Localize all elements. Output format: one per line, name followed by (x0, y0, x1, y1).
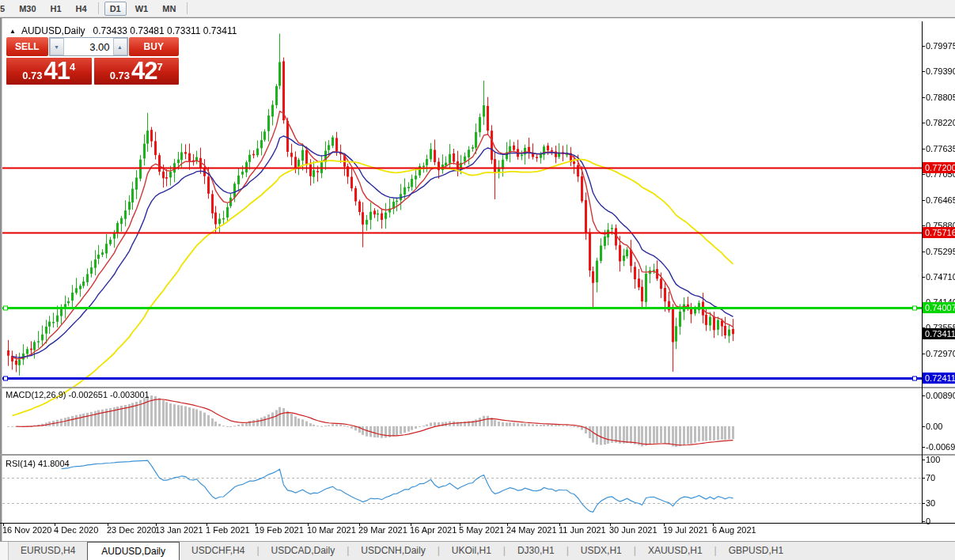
volume-decrease-button[interactable]: ▼ (50, 38, 64, 55)
timeframe-button-5[interactable]: 5 (0, 2, 10, 16)
sell-button[interactable]: SELL (6, 37, 48, 56)
chart-tab-AUDUSD-Daily[interactable]: AUDUSD,Daily (87, 542, 180, 560)
chart-tab-USDX-H1[interactable]: USDX,H1 (569, 542, 634, 560)
timeframe-button-W1[interactable]: W1 (130, 2, 154, 16)
volume-increase-button[interactable]: ▲ (113, 38, 127, 55)
buy-price-display[interactable]: 0.73427 (94, 58, 180, 85)
toolbar-separator (187, 2, 188, 14)
ask-prefix: 0.73 (110, 70, 130, 81)
timeframe-button-H4[interactable]: H4 (70, 2, 93, 16)
toolbar-separator (98, 2, 99, 14)
timeframe-button-H1[interactable]: H1 (45, 2, 67, 16)
mt4-terminal: 5M30H1H4D1W1MN ▲ AUDUSD,Daily 0.73433 0.… (0, 0, 955, 560)
buy-button[interactable]: BUY (129, 37, 179, 56)
timeframe-toolbar: 5M30H1H4D1W1MN (0, 0, 955, 17)
bid-pipette: 4 (70, 61, 75, 73)
chart-tab-XAUUSD-H1[interactable]: XAUUSD,H1 (636, 542, 714, 560)
volume-spinner: ▼ ▲ (49, 37, 128, 56)
bid-big-digits: 41 (44, 59, 70, 83)
ohlc-values: 0.73433 0.73481 0.73311 0.73411 (93, 25, 237, 36)
sell-price-display[interactable]: 0.73414 (6, 58, 92, 85)
collapse-panel-icon[interactable]: ▲ (9, 28, 16, 35)
tab-items: EURUSD,H4AUDUSD,DailyUSDCHF,H4|USDCAD,Da… (9, 542, 795, 560)
chart-canvas[interactable] (0, 18, 955, 542)
chart-tab-bar: EURUSD,H4AUDUSD,DailyUSDCHF,H4|USDCAD,Da… (0, 541, 955, 560)
timeframe-button-D1[interactable]: D1 (104, 2, 127, 16)
timeframe-button-M30[interactable]: M30 (13, 2, 41, 16)
one-click-trading-panel: SELL ▼ ▲ BUY 0.73414 0.73427 (6, 37, 179, 85)
timeframe-button-MN[interactable]: MN (157, 2, 181, 16)
chart-tab-EURUSD-H4[interactable]: EURUSD,H4 (9, 542, 87, 560)
chart-tab-GBPUSD-H1[interactable]: GBPUSD,H1 (717, 542, 795, 560)
chart-tab-DJ30-H1[interactable]: DJ30,H1 (506, 542, 567, 560)
rsi-indicator-label: RSI(14) 41.8004 (6, 459, 70, 468)
tab-scroll-strip[interactable] (0, 542, 9, 560)
symbol-label: AUDUSD,Daily (21, 25, 85, 36)
bid-prefix: 0.73 (22, 70, 42, 81)
volume-input[interactable] (64, 38, 113, 55)
chart-tab-USDCHF-H4[interactable]: USDCHF,H4 (180, 542, 256, 560)
ask-big-digits: 42 (131, 59, 157, 83)
ask-pipette: 7 (157, 61, 163, 73)
chart-window: ▲ AUDUSD,Daily 0.73433 0.73481 0.73311 0… (0, 17, 955, 541)
chart-tab-USDCNH-Daily[interactable]: USDCNH,Daily (349, 542, 437, 560)
chart-header: ▲ AUDUSD,Daily 0.73433 0.73481 0.73311 0… (9, 25, 237, 36)
chart-tab-USDCAD-Daily[interactable]: USDCAD,Daily (260, 542, 347, 560)
chart-tab-UKOil-H1[interactable]: UKOil,H1 (440, 542, 503, 560)
macd-indicator-label: MACD(12,26,9) -0.002651 -0.003001 (6, 390, 150, 399)
